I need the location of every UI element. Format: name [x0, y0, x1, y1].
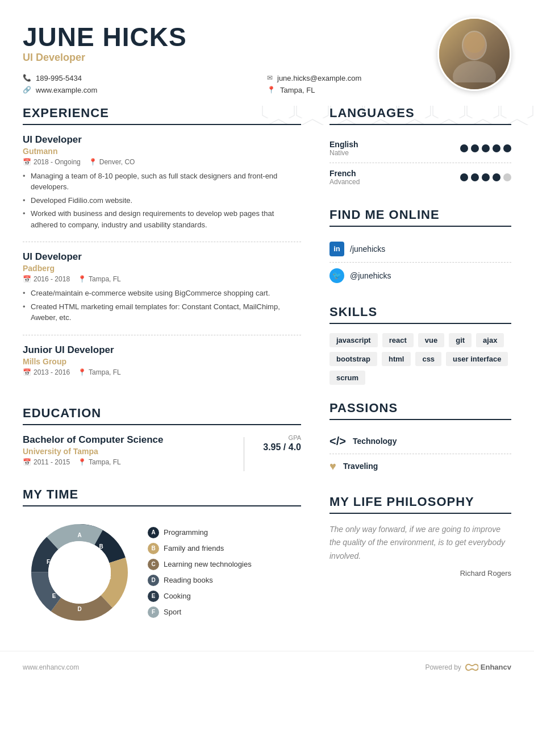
edu-gpa-label: GPA	[256, 434, 301, 441]
svg-text:E: E	[52, 593, 56, 599]
edu-date: 📅 2011 - 2015	[23, 458, 70, 466]
lang-item-english: English Native	[329, 134, 511, 163]
my-time-section: MY TIME	[23, 487, 301, 629]
calendar-icon-edu: 📅	[23, 458, 31, 466]
twitter-icon: 🐦	[329, 268, 344, 283]
legend-dot-c: C	[148, 559, 159, 570]
main-content: EXPERIENCE UI Developer Gutmann 📅 2018 -…	[0, 106, 534, 645]
lang-dot-e1	[460, 144, 468, 152]
exp-location-2: 📍 Tampa, FL	[78, 368, 121, 376]
time-legend: A Programming B Family and friends C Lea…	[148, 527, 252, 618]
enhancv-logo: Enhancv	[465, 663, 511, 672]
edu-school: University of Tampa	[23, 447, 232, 456]
exp-company-0: Gutmann	[23, 147, 301, 156]
passions-section: PASSIONS </> Technology ♥ Traveling	[329, 401, 511, 479]
find-online-title: FIND ME ONLINE	[329, 207, 511, 227]
skills-title: SKILLS	[329, 305, 511, 324]
phone: 189-995-5434	[36, 74, 82, 82]
education-section: EDUCATION Bachelor of Computer Science U…	[23, 406, 301, 471]
svg-text:B: B	[99, 543, 103, 550]
edu-divider	[244, 437, 244, 471]
my-time-content: A B C D E F A Programming	[23, 516, 301, 629]
philosophy-author: Richard Rogers	[329, 569, 511, 578]
exp-meta-0: 📅 2018 - Ongoing 📍 Denver, CO	[23, 158, 301, 166]
online-item-linkedin[interactable]: in /junehicks	[329, 236, 511, 263]
svg-text:D: D	[77, 606, 81, 612]
lang-dots-english	[460, 144, 511, 152]
linkedin-icon: in	[329, 242, 344, 256]
location-icon: 📍	[267, 86, 276, 94]
footer-website: www.enhancv.com	[23, 663, 79, 671]
email: june.hicks@example.com	[277, 74, 361, 82]
location-icon-0: 📍	[89, 158, 97, 166]
skill-javascript: javascript	[329, 333, 378, 347]
footer: www.enhancv.com Powered by Enhancv	[0, 651, 534, 683]
exp-date-0: 📅 2018 - Ongoing	[23, 158, 81, 166]
legend-dot-d: D	[148, 575, 159, 586]
exp-bullets-1: Create/maintain e-commerce website using…	[23, 288, 301, 323]
svg-point-5	[463, 32, 486, 59]
location-icon-edu: 📍	[78, 458, 86, 466]
passion-travel-label: Traveling	[343, 462, 378, 471]
passion-technology: </> Technology	[329, 429, 511, 454]
edu-gpa-value: 3.95 / 4.0	[256, 442, 301, 452]
skill-scrum: scrum	[329, 371, 365, 385]
legend-label-c: Learning new technologies	[164, 560, 252, 568]
legend-label-a: Programming	[164, 528, 208, 537]
edu-main: Bachelor of Computer Science University …	[23, 434, 232, 466]
lang-dot-f4	[493, 173, 500, 181]
lang-info-english: English Native	[329, 140, 358, 157]
lang-dot-f3	[482, 173, 490, 181]
skill-user-interface: user interface	[446, 352, 508, 366]
legend-label-f: Sport	[164, 608, 181, 616]
my-time-title: MY TIME	[23, 487, 301, 506]
lang-dot-e3	[482, 144, 490, 152]
find-online-section: FIND ME ONLINE in /junehicks 🐦 @junehick…	[329, 207, 511, 289]
legend-item-e: E Cooking	[148, 591, 252, 602]
lang-item-french: French Advanced	[329, 163, 511, 192]
location-icon-2: 📍	[78, 368, 86, 376]
skill-vue: vue	[418, 333, 444, 347]
phone-icon: 📞	[23, 74, 31, 82]
exp-company-1: Padberg	[23, 264, 301, 273]
philosophy-quote: The only way forward, if we are going to…	[329, 523, 511, 563]
contact-col-left: 📞 189-995-5434 🔗 www.example.com	[23, 74, 267, 94]
exp-bullets-0: Managing a team of 8-10 people, such as …	[23, 171, 301, 231]
lang-info-french: French Advanced	[329, 169, 360, 186]
legend-dot-b: B	[148, 543, 159, 554]
education-title: EDUCATION	[23, 406, 301, 425]
bullet-0-0: Managing a team of 8-10 people, such as …	[23, 171, 301, 193]
experience-title: EXPERIENCE	[23, 106, 301, 125]
phone-item: 📞 189-995-5434	[23, 74, 267, 82]
lang-dot-e2	[471, 144, 479, 152]
skills-grid: javascript react vue git ajax bootstrap …	[329, 333, 511, 385]
legend-dot-a: A	[148, 527, 159, 538]
lang-dots-french	[460, 173, 511, 181]
exp-meta-2: 📅 2013 - 2016 📍 Tampa, FL	[23, 368, 301, 376]
resume-page: JUNE HICKS UI Developer 📞 189-995-5434 🔗…	[0, 0, 534, 756]
lang-dot-f2	[471, 173, 479, 181]
bullet-0-2: Worked with business and design requirem…	[23, 208, 301, 230]
online-item-twitter[interactable]: 🐦 @junehicks	[329, 263, 511, 289]
skill-react: react	[382, 333, 414, 347]
edu-gpa: GPA 3.95 / 4.0	[256, 434, 301, 452]
exp-company-2: Mills Group	[23, 357, 301, 366]
lang-level-french: Advanced	[329, 178, 360, 186]
philosophy-title: MY LIFE PHILOSOPHY	[329, 495, 511, 514]
contact-row: 📞 189-995-5434 🔗 www.example.com ✉ june.…	[23, 74, 511, 94]
edu-location: 📍 Tampa, FL	[78, 458, 121, 466]
profile-photo	[437, 17, 511, 91]
svg-text:F: F	[47, 559, 50, 565]
svg-point-3	[453, 61, 496, 82]
skill-git: git	[449, 333, 472, 347]
legend-label-e: Cooking	[164, 592, 191, 600]
skill-bootstrap: bootstrap	[329, 352, 377, 366]
website-item: 🔗 www.example.com	[23, 86, 267, 94]
twitter-handle: @junehicks	[350, 271, 391, 280]
skills-section: SKILLS javascript react vue git ajax boo…	[329, 305, 511, 385]
experience-section: EXPERIENCE UI Developer Gutmann 📅 2018 -…	[23, 106, 301, 390]
photo-placeholder	[439, 19, 510, 89]
legend-dot-e: E	[148, 591, 159, 602]
edu-meta: 📅 2011 - 2015 📍 Tampa, FL	[23, 458, 232, 466]
skill-html: html	[382, 352, 411, 366]
